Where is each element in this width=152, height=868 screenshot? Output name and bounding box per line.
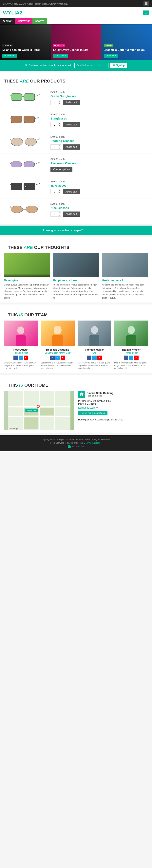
product-price: $39.00 each [51, 180, 147, 183]
svg-text:3: 3 [34, 210, 35, 214]
quantity-input[interactable] [51, 145, 58, 149]
quantity-input[interactable] [51, 123, 58, 127]
quantity-wrapper: ▲ ▼ [51, 122, 61, 127]
facebook-button[interactable]: f [124, 355, 128, 360]
svg-rect-0 [11, 94, 22, 100]
quantity-up[interactable]: ▲ [58, 212, 61, 214]
youtube-button[interactable]: ▶ [97, 355, 102, 360]
add-to-cart-button[interactable]: Add to cart [63, 145, 80, 150]
twitter-button[interactable]: t [92, 355, 97, 360]
quantity-up[interactable]: ▲ [58, 189, 61, 192]
product-item: $79.00 each Green Sunglasses ▲ ▼ Add to … [0, 87, 152, 109]
cheaper-dashed-line [85, 230, 109, 231]
product-controls: Choose options [51, 167, 147, 172]
add-to-cart-button[interactable]: Add to cart [63, 189, 80, 194]
youtube-button[interactable]: ▶ [61, 355, 65, 360]
svg-line-25 [35, 162, 39, 164]
team-member-desc: Duis id viverra metus. Nulla ac quam fri… [41, 362, 74, 370]
team-member-desc: Duis id viverra metus. Nulla ac quam fri… [4, 362, 38, 370]
home-section: THIS IS OUR HOME [0, 375, 152, 433]
team-section: THIS IS OUR TEAM Rose Austin Fashion Sty… [0, 305, 152, 373]
thought-image [53, 253, 99, 277]
social-links: f t ▶ [114, 355, 148, 360]
quantity-input[interactable] [51, 190, 58, 194]
product-item: $29.00 each Awesome Glasses Choose optio… [0, 154, 152, 176]
svg-rect-69 [81, 395, 82, 396]
nav-item-fashion[interactable]: FASHION [0, 19, 15, 24]
lifestyle-read-more[interactable]: Read more [53, 54, 68, 58]
svg-text:Empire State: Empire State [27, 409, 36, 411]
building-icon [78, 391, 85, 398]
product-name: Green Sunglasses [51, 94, 147, 98]
quantity-down[interactable]: ▼ [58, 147, 61, 149]
footer-copyright: Copyright © 2018 Wylia 2 Joomla Template… [3, 438, 149, 441]
facebook-button[interactable]: f [50, 355, 55, 360]
team-member-role: Traveler [78, 351, 112, 354]
top-bar: SHOW OF THE WEEK: Seoul Fashion Week, Au… [0, 0, 152, 7]
follow-button[interactable]: Follow me @joomlahack [78, 411, 108, 415]
svg-line-17 [10, 139, 11, 140]
thoughts-title: THESE ARE OUR THOUGHTS [8, 245, 148, 250]
quantity-up[interactable]: ▲ [58, 145, 61, 147]
twitter-button[interactable]: t [19, 355, 23, 360]
newsletter-input[interactable] [74, 63, 109, 68]
product-controls: ▲ ▼ Add to cart [51, 100, 147, 105]
svg-rect-21 [11, 162, 22, 167]
team-member: Thomas Walker Photographer f t ▶ Duis id… [114, 320, 148, 370]
social-links: f t ▶ [41, 355, 74, 360]
email-link[interactable]: joomlahack.com ✉ [78, 406, 148, 409]
product-info: $29.00 each Awesome Glasses Choose optio… [44, 158, 147, 172]
svg-text:Google Maps: Google Maps [9, 428, 18, 430]
youtube-button[interactable]: ▶ [24, 355, 28, 360]
header-menu-button[interactable]: ☰ [143, 10, 149, 15]
phone-text: Have questions? Call us ✆ (123) 456-7890 [78, 418, 148, 421]
svg-rect-7 [11, 116, 22, 123]
facebook-button[interactable]: f [87, 355, 91, 360]
thought-title: Never give up [4, 279, 50, 282]
add-to-cart-button[interactable]: Add to cart [63, 122, 80, 127]
nav-item-sports[interactable]: SPORTS [32, 19, 47, 24]
sports-read-more[interactable]: Read more [104, 54, 118, 58]
facebook-button[interactable]: f [13, 355, 18, 360]
joomla-icon [68, 445, 71, 448]
nav-item-lifestyle[interactable]: LIFESTYLE [15, 19, 32, 24]
quantity-input[interactable] [51, 100, 58, 104]
team-member-role: Photographer [114, 351, 148, 354]
product-item: 3 $79.00 each Nice Glasses ▲ ▼ Add to ca… [0, 198, 152, 221]
thought-text: Aliquam nec finibus massa. Maecenas eget… [102, 283, 148, 300]
svg-rect-60 [24, 417, 38, 429]
quantity-input[interactable] [51, 212, 58, 216]
quantity-down[interactable]: ▼ [58, 192, 61, 194]
topbar-menu-icon[interactable]: ☰ [144, 1, 149, 6]
newsletter-bar: ✉ Get new content directly in your email… [0, 60, 152, 71]
thought-title: Happiness is here [53, 279, 99, 282]
footer-license: Free Software released under the GNU/GPL… [3, 442, 149, 444]
twitter-button[interactable]: t [129, 355, 133, 360]
address-text: PO Box 02-5339, Section 4856Miami FL, 33… [78, 400, 148, 405]
quantity-down[interactable]: ▼ [58, 125, 61, 127]
quantity-down[interactable]: ▼ [58, 102, 61, 105]
thought-item: Goals matter a lot Aliquam nec finibus m… [102, 253, 148, 300]
choose-options-button[interactable]: Choose options [51, 167, 72, 172]
license-link[interactable]: GNU/GPL License [84, 442, 101, 444]
team-member-desc: Duis id viverra metus. Nulla ac quam fri… [114, 362, 148, 370]
quantity-up[interactable]: ▲ [58, 122, 61, 125]
product-name: Awesome Glasses [51, 161, 147, 165]
team-member: Rebecca Beaudins Beauty Expert / Party C… [41, 320, 74, 370]
team-grid: Rose Austin Fashion Stylist f t ▶ Duis i… [4, 320, 148, 370]
product-image [5, 136, 44, 149]
newsletter-signup-button[interactable]: ✉ Sign Up [110, 63, 127, 68]
quantity-down[interactable]: ▼ [58, 214, 61, 216]
product-controls: ▲ ▼ Add to cart [51, 122, 147, 127]
add-to-cart-button[interactable]: Add to cart [63, 212, 80, 217]
thought-text: Fusce elementum finibus scelerisque. Int… [53, 283, 99, 300]
product-info: $39.00 each 3D Glasses ▲ ▼ Add to cart [44, 180, 147, 194]
add-to-cart-button[interactable]: Add to cart [63, 100, 80, 105]
newsletter-text: Get new content directly in your email! [29, 64, 72, 67]
youtube-button[interactable]: ▶ [134, 355, 139, 360]
twitter-button[interactable]: t [55, 355, 60, 360]
fashion-read-more[interactable]: Read more [2, 54, 17, 58]
quantity-wrapper: ▲ ▼ [51, 145, 61, 149]
quantity-up[interactable]: ▲ [58, 100, 61, 102]
email-anchor[interactable]: joomlahack.com [78, 406, 95, 409]
